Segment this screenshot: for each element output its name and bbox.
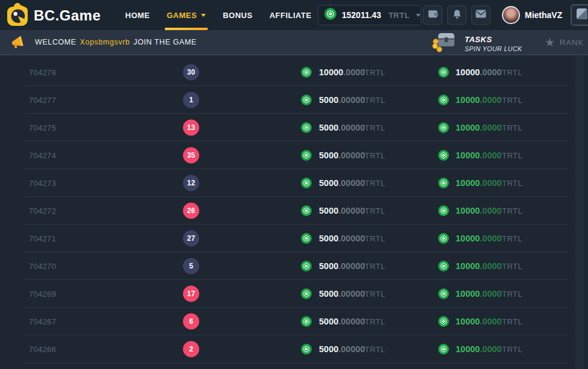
bet-amount: 5000.00000 [319,317,365,326]
nav-item-bonus[interactable]: BONUS [214,0,261,30]
wallet-icon [427,9,439,21]
bet-currency: TRTL [365,123,385,132]
result-badge: 12 [183,175,199,191]
bet-id: 704275 [29,123,56,132]
table-row[interactable]: 70426625000.00000TRTL10000.0000TRTL [24,335,569,363]
bet-amount: 5000.00000 [319,123,365,132]
nav-item-games[interactable]: GAMES [158,0,214,30]
result-badge: 1 [183,91,199,108]
trtl-coin-icon [438,67,449,78]
table-row[interactable]: 704275135000.00000TRTL10000.0000TRTL [24,114,569,141]
star-icon: ★ [545,37,555,48]
bet-id: 704278 [29,67,56,76]
trtl-coin-icon [301,178,312,188]
balance-selector[interactable]: 152011.43 TRTL [318,5,421,25]
result-badge: 13 [183,119,199,135]
tasks-subtitle: SPIN YOUR LUCK [465,45,522,52]
payout-currency: TRTL [502,123,522,132]
nav-label: HOME [125,11,150,20]
table-row[interactable]: 704273125000.00000TRTL10000.0000TRTL [24,169,569,197]
result-badge: 26 [183,202,199,219]
table-row[interactable]: 704272265000.00000TRTL10000.0000TRTL [24,197,569,225]
bet-amount: 5000.00000 [319,95,365,105]
table-row[interactable]: 704269175000.00000TRTL10000.0000TRTL [24,280,569,308]
rank-widget[interactable]: ★ RANK [545,30,584,54]
trtl-coin-icon [438,316,449,327]
payout-currency: TRTL [502,206,522,215]
nav-item-home[interactable]: HOME [117,0,158,30]
bet-id: 704274 [29,150,56,160]
bet-currency: TRTL [365,261,385,270]
nav-label: BONUS [223,11,252,20]
page: BC.Game HOMEGAMESBONUSAFFILIATEFORUM 152… [0,0,588,369]
user-menu[interactable]: MiethaVZ [502,5,576,25]
bet-id: 704273 [29,178,56,187]
table-row[interactable]: 70427055000.00000TRTL10000.0000TRTL [24,252,569,280]
payout-currency: TRTL [502,344,522,353]
nav-item-affiliate[interactable]: AFFILIATE [261,0,320,30]
trtl-coin-icon [301,150,312,161]
bet-amount: 5000.00000 [319,289,365,299]
payout-amount: 10000.0000 [456,67,502,77]
nav-label: AFFILIATE [270,11,312,20]
tasks-widget[interactable]: TASKS SPIN YOUR LUCK [431,31,522,56]
trtl-coin-icon [438,122,449,133]
trtl-coin-icon [438,344,449,355]
payout-amount: 10000.0000 [456,178,502,188]
bet-currency: TRTL [365,67,385,76]
chevron-down-icon [201,14,206,17]
table-row[interactable]: 70427715000.00000TRTL10000.0000TRTL [24,86,569,114]
result-badge: 35 [183,147,199,163]
payout-currency: TRTL [502,261,522,270]
rank-label: RANK [560,38,584,47]
trtl-coin-icon [301,233,312,244]
bet-id: 704269 [29,289,56,298]
notifications-button[interactable] [447,5,466,25]
bet-id: 704270 [29,261,56,270]
payout-amount: 10000.0000 [456,344,502,354]
trtl-coin-icon [324,8,336,22]
table-row[interactable]: 70426765000.00000TRTL10000.0000TRTL [24,308,569,335]
result-badge: 17 [183,285,199,302]
chat-icon [576,8,588,22]
trtl-coin-icon [438,261,449,271]
trtl-coin-icon [301,288,312,299]
bet-currency: TRTL [365,95,385,104]
balance-currency: TRTL [388,11,409,20]
table-row[interactable]: 704274355000.00000TRTL10000.0000TRTL [24,141,569,169]
table-row[interactable]: 7042783010000.0000TRTL10000.0000TRTL [24,58,569,86]
nav-label: GAMES [167,11,197,20]
payout-currency: TRTL [502,95,522,104]
announcement-bar: WELCOME Xopsbmgsvrb JOIN THE GAME TASKS … [0,30,588,55]
bet-currency: TRTL [365,206,385,215]
scrollbar[interactable] [575,55,584,369]
payout-amount: 10000.0000 [456,317,502,326]
envelope-icon [475,10,486,20]
bcgame-logo[interactable]: BC.Game [7,3,101,28]
bet-amount: 5000.00000 [319,178,365,188]
trtl-coin-icon [438,150,449,161]
bet-currency: TRTL [365,344,385,353]
bet-currency: TRTL [365,289,385,298]
bet-currency: TRTL [365,317,385,326]
chat-button[interactable] [571,4,588,26]
result-badge: 2 [183,341,199,357]
bet-amount: 5000.00000 [319,344,365,354]
payout-currency: TRTL [502,317,522,326]
result-badge: 5 [183,258,199,274]
chevron-down-icon [416,14,421,17]
megaphone-icon [11,35,27,52]
wallet-button[interactable] [423,5,442,25]
table-row[interactable]: 704271275000.00000TRTL10000.0000TRTL [24,225,569,252]
bet-id: 704277 [29,95,56,104]
trtl-coin-icon [301,205,312,216]
payout-currency: TRTL [502,67,522,76]
result-badge: 6 [183,313,199,329]
bet-amount: 5000.00000 [319,261,365,271]
messages-button[interactable] [471,5,491,25]
logo-wordmark: BC.Game [34,7,101,24]
payout-currency: TRTL [502,289,522,298]
bet-currency: TRTL [365,178,385,187]
payout-currency: TRTL [502,234,522,243]
treasure-chest-icon [431,31,459,56]
